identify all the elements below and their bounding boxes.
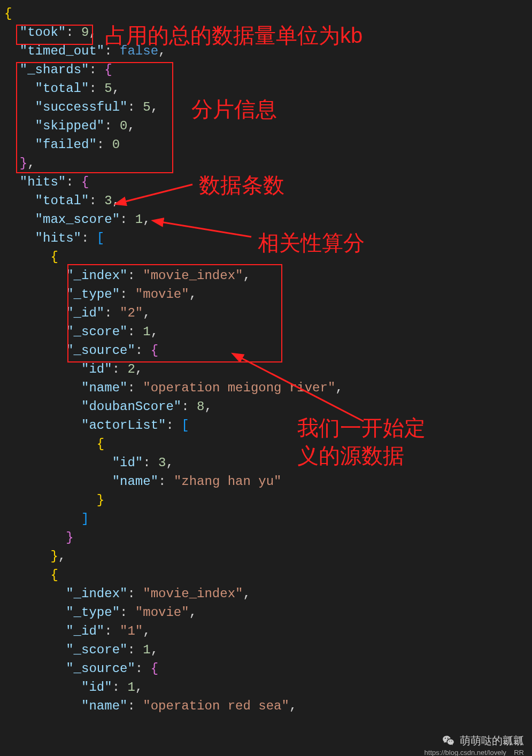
code-line: "name": "zhang han yu" [4,472,532,491]
code-line: "_id": "1", [4,622,532,641]
code-line: "id": 1, [4,678,532,697]
annotation-score: 相关性算分 [258,229,365,257]
code-line: }, [4,547,532,566]
watermark-name: 萌萌哒的瓤瓤 [460,734,524,748]
watermark: 萌萌哒的瓤瓤 https://blog.csdn.net/lovely__RR [442,734,524,748]
code-line: "id": 3, [4,453,532,472]
annotation-shards: 分片信息 [191,95,277,123]
code-line: { [4,566,532,584]
code-line: ] [4,510,532,528]
annotation-kb: 占用的总的数据量单位为kb [105,21,363,49]
annotation-count: 数据条数 [199,171,284,199]
svg-line-1 [160,222,251,237]
svg-line-0 [123,184,192,202]
code-line: } [4,491,532,510]
annotation-source: 我们一开始定义的源数据 [297,414,426,469]
code-line: "_type": "movie", [4,603,532,622]
code-line: "max_score": 1, [4,210,532,229]
watermark-url: https://blog.csdn.net/lovely__RR [425,749,524,756]
code-line: "_index": "movie_index", [4,584,532,603]
highlight-box-shards [16,62,173,173]
arrow-datacount [118,176,203,212]
code-line: { [4,4,532,23]
wechat-icon [442,734,456,748]
code-line: "name": "operation red sea", [4,697,532,715]
code-line: } [4,528,532,547]
arrow-score [155,217,262,247]
highlight-box-took [16,25,93,45]
code-line: "_source": { [4,659,532,678]
code-line: "_score": 1, [4,641,532,659]
svg-line-2 [240,357,364,421]
code-line: { [4,435,532,453]
highlight-box-hit-meta [67,264,282,362]
